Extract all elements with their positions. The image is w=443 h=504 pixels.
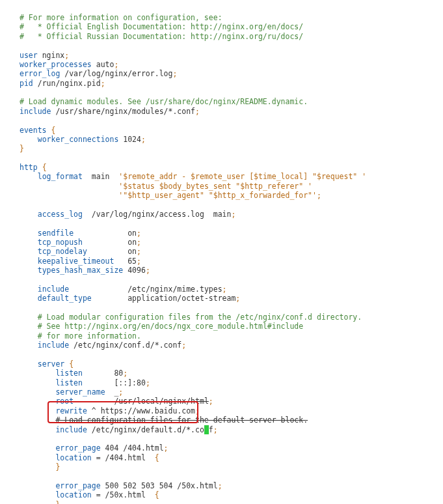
directive: sendfile [38, 229, 74, 238]
directive: pid [20, 79, 33, 88]
comment-line: # Load modular configuration files from … [38, 313, 362, 322]
comment-line: # See http://nginx.org/en/docs/ngx_core_… [38, 322, 304, 331]
http-block: http [20, 163, 38, 172]
rewrite-directive: rewrite [55, 406, 87, 415]
directive: error_page [55, 443, 100, 453]
directive: tcp_nodelay [38, 247, 87, 256]
directive: listen [55, 378, 83, 387]
directive: error_page [55, 481, 100, 490]
directive: include [38, 285, 69, 294]
comment-line: # Load dynamic modules. See /usr/share/d… [20, 97, 308, 106]
directive: include [38, 341, 69, 350]
directive: worker_connections [38, 135, 119, 144]
directive: error_log [20, 69, 60, 78]
directive: tcp_nopush [38, 238, 83, 247]
directive: location [55, 490, 91, 499]
directive: access_log [38, 210, 83, 219]
directive: keepalive_timeout [38, 257, 114, 266]
directive: log_format [38, 172, 83, 181]
comment-line: # * Official English Documentation: http… [20, 22, 303, 31]
directive: user [20, 51, 38, 60]
directive: include [55, 425, 87, 434]
directive: include [20, 107, 51, 116]
comment-line: # * Official Russian Documentation: http… [20, 32, 303, 41]
directive: location [55, 453, 91, 462]
directive: server_name [55, 387, 105, 397]
nginx-config: # For more information on configuration,… [20, 13, 423, 504]
comment-line: # for more information. [38, 331, 141, 341]
server-block: server [38, 359, 65, 369]
events-block: events [20, 126, 47, 135]
directive-struck: root /usr/local/nginx/html [55, 397, 208, 406]
directive: worker_processes [20, 60, 92, 69]
directive: types_hash_max_size [38, 266, 124, 275]
comment-line: # For more information on configuration,… [20, 13, 222, 22]
comment-line-struck: # Load configuration files for the defau… [55, 415, 308, 425]
directive: default_type [38, 294, 92, 303]
directive: listen [55, 369, 83, 378]
cursor-block: n [204, 425, 209, 434]
